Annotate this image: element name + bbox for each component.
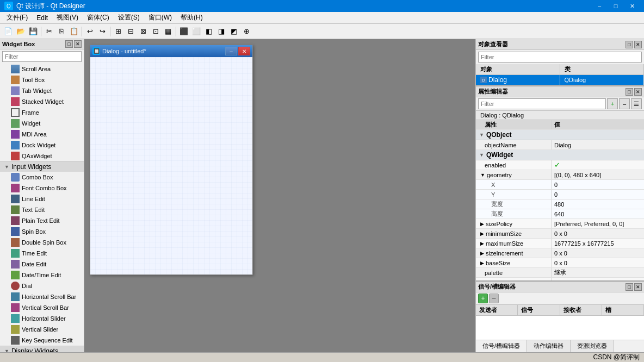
list-item[interactable]: Date/Time Edit	[0, 270, 84, 280]
tab-resource-browser[interactable]: 资源浏览器	[571, 340, 614, 352]
dialog-content[interactable]	[90, 57, 252, 274]
list-item[interactable]: Date Edit	[0, 259, 84, 270]
prop-group-qwidget[interactable]: ▼ QWidget	[476, 150, 644, 160]
property-editor-close-btn[interactable]: ✕	[634, 88, 642, 96]
list-item[interactable]: Tab Widget	[0, 85, 84, 96]
add-property-btn[interactable]: +	[607, 98, 618, 109]
list-item[interactable]: Tool Box	[0, 74, 84, 85]
tb-btn-9[interactable]: ◨	[215, 26, 227, 38]
widget-box-filter[interactable]	[2, 51, 82, 62]
list-item[interactable]: Widget	[0, 118, 84, 129]
redo-button[interactable]: ↪	[96, 26, 108, 38]
signal-slot-float-btn[interactable]: □	[626, 283, 633, 291]
date-edit-icon	[11, 260, 20, 269]
prop-subrow-x[interactable]: X 0	[476, 180, 644, 190]
tb-btn-5[interactable]: ▦	[162, 26, 174, 38]
object-inspector-float-btn[interactable]: □	[626, 41, 633, 48]
inspector-row[interactable]: D Dialog QDialog	[476, 75, 644, 85]
tb-btn-7[interactable]: ⬜	[190, 26, 202, 38]
object-inspector-filter[interactable]	[478, 52, 642, 63]
tb-btn-3[interactable]: ⊠	[137, 26, 149, 38]
prop-row-sizepolicy[interactable]: ▶sizePolicy [Preferred, Preferred, 0, 0]	[476, 219, 644, 229]
tb-btn-4[interactable]: ⊡	[150, 26, 162, 38]
list-item[interactable]: Dial	[0, 280, 84, 291]
add-signal-btn[interactable]: +	[478, 294, 488, 303]
list-item[interactable]: Time Edit	[0, 248, 84, 259]
list-item[interactable]: Vertical Scroll Bar	[0, 302, 84, 313]
prop-row-maximumsize[interactable]: ▶maximumSize 16777215 x 16777215	[476, 239, 644, 248]
property-filter-input[interactable]	[478, 98, 606, 109]
list-item[interactable]: Font Combo Box	[0, 183, 84, 194]
list-item[interactable]: MDI Area	[0, 129, 84, 140]
menu-help[interactable]: 帮助(H)	[176, 12, 207, 23]
prop-row-geometry[interactable]: ▼geometry [(0, 0), 480 x 640]	[476, 170, 644, 180]
prop-row-sizeincrement[interactable]: ▶sizeIncrement 0 x 0	[476, 248, 644, 258]
dialog-window[interactable]: 🔲 Dialog - untitled* – ✕	[90, 45, 253, 275]
list-item[interactable]: Spin Box	[0, 226, 84, 237]
widget-box-close-btn[interactable]: ✕	[74, 40, 82, 48]
list-item[interactable]: Stacked Widget	[0, 96, 84, 107]
list-item[interactable]: Combo Box	[0, 172, 84, 183]
widget-icon	[11, 119, 20, 128]
remove-property-btn[interactable]: –	[619, 98, 630, 109]
menu-settings[interactable]: 设置(S)	[114, 12, 144, 23]
save-button[interactable]: 💾	[27, 26, 39, 38]
list-item[interactable]: Key Sequence Edit	[0, 335, 84, 346]
prop-subrow-width[interactable]: 宽度 480	[476, 199, 644, 209]
menu-file[interactable]: 文件(F)	[2, 12, 32, 23]
list-item[interactable]: Vertical Slider	[0, 324, 84, 335]
prop-subrow-height[interactable]: 高度 640	[476, 209, 644, 219]
list-item[interactable]: Frame	[0, 107, 84, 118]
menu-edit[interactable]: Edit	[32, 13, 52, 23]
tb-btn-11[interactable]: ⊕	[240, 26, 252, 38]
paste-button[interactable]: 📋	[68, 26, 80, 38]
list-item[interactable]: Double Spin Box	[0, 237, 84, 248]
tb-btn-6[interactable]: ⬛	[178, 26, 190, 38]
tab-signal-slot-editor[interactable]: 信号/槽编辑器	[476, 340, 527, 352]
copy-button[interactable]: ⎘	[55, 26, 67, 38]
list-item[interactable]: Plain Text Edit	[0, 215, 84, 226]
menu-window[interactable]: 窗口(W)	[144, 12, 176, 23]
menu-form[interactable]: 窗体(C)	[83, 12, 114, 23]
minimize-button[interactable]: –	[592, 1, 607, 11]
new-button[interactable]: 📄	[2, 26, 14, 38]
signal-slot-close-btn[interactable]: ✕	[634, 283, 642, 291]
prop-subrow-y[interactable]: Y 0	[476, 190, 644, 199]
cut-button[interactable]: ✂	[43, 26, 55, 38]
prop-row-font[interactable]: ▶font A [SimSun, 9]	[476, 278, 644, 280]
widget-box-float-btn[interactable]: □	[65, 40, 73, 48]
canvas-area[interactable]: 🔲 Dialog - untitled* – ✕	[84, 39, 475, 352]
list-item[interactable]: Scroll Area	[0, 64, 84, 74]
dialog-minimize-btn[interactable]: –	[225, 47, 237, 55]
tb-btn-2[interactable]: ⊟	[125, 26, 137, 38]
list-item[interactable]: Text Edit	[0, 204, 84, 215]
close-button[interactable]: ✕	[624, 1, 640, 11]
tb-btn-10[interactable]: ◩	[228, 26, 240, 38]
list-item[interactable]: QAxWidget	[0, 151, 84, 161]
list-item[interactable]: Horizontal Slider	[0, 313, 84, 324]
prop-row-minimumsize[interactable]: ▶minimumSize 0 x 0	[476, 229, 644, 239]
list-item[interactable]: Line Edit	[0, 194, 84, 204]
tab-action-editor[interactable]: 动作编辑器	[527, 340, 571, 352]
open-button[interactable]: 📂	[15, 26, 27, 38]
dialog-close-btn[interactable]: ✕	[238, 47, 250, 55]
maximize-button[interactable]: □	[608, 1, 623, 11]
group-header-input-widgets[interactable]: ▼ Input Widgets	[0, 161, 84, 172]
prop-row-palette[interactable]: palette 继承	[476, 268, 644, 278]
prop-row-enabled[interactable]: enabled ✓	[476, 160, 644, 170]
menu-view[interactable]: 视图(V)	[52, 12, 83, 23]
tb-btn-8[interactable]: ◧	[203, 26, 215, 38]
prop-group-qobject[interactable]: ▼ QObject	[476, 130, 644, 140]
property-editor-float-btn[interactable]: □	[626, 88, 633, 96]
group-header-display-widgets[interactable]: ▼ Display Widgets	[0, 346, 84, 352]
object-inspector-close-btn[interactable]: ✕	[634, 41, 642, 48]
prop-row-objectname[interactable]: objectName Dialog	[476, 140, 644, 150]
list-item[interactable]: Dock Widget	[0, 140, 84, 151]
remove-signal-btn[interactable]: –	[489, 294, 499, 303]
list-item[interactable]: Horizontal Scroll Bar	[0, 291, 84, 302]
undo-button[interactable]: ↩	[84, 26, 96, 38]
prop-row-basesize[interactable]: ▶baseSize 0 x 0	[476, 258, 644, 268]
status-bar: CSDN @简评制	[0, 352, 644, 362]
tb-btn-1[interactable]: ⊞	[112, 26, 124, 38]
property-menu-btn[interactable]: ☰	[631, 98, 642, 109]
